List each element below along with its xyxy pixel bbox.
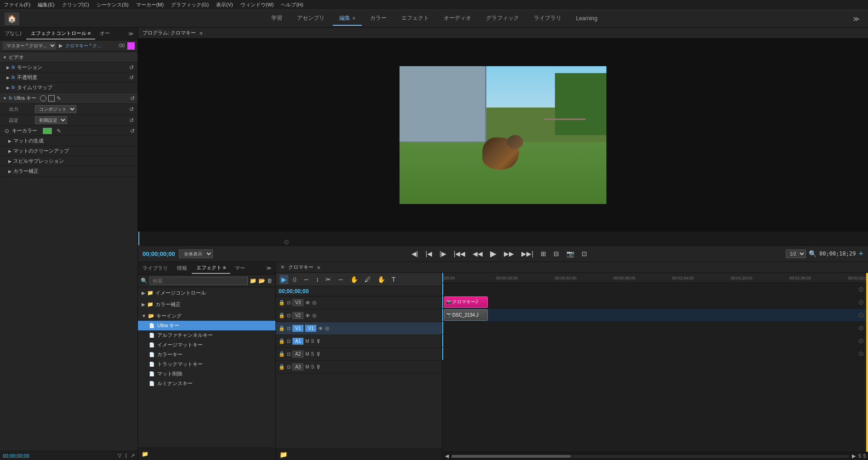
ec-ultrakey-header[interactable]: ▼ fx Ultra キー ✎ ↺ (0, 93, 137, 104)
ec-ultrakey-reset[interactable]: ↺ (130, 95, 135, 102)
pm-loop-in[interactable]: |◀◀ (452, 249, 468, 258)
effects-group-image-control-header[interactable]: ▶ 📁 イメージコントロール (138, 288, 275, 298)
tab-library[interactable]: ライブラリ (138, 263, 172, 273)
tab-learning[interactable]: 学習 (265, 11, 289, 26)
track-v2-lock[interactable]: 🔒 (279, 312, 285, 318)
tab-effects[interactable]: エフェクト ≡ (192, 262, 230, 274)
effects-item-ultra-key[interactable]: 📄 Ultra キー (138, 321, 275, 330)
track-a1-solo[interactable]: S (311, 339, 314, 344)
tl-select-tool[interactable]: ▶ (280, 275, 288, 284)
tab-audio-clip[interactable]: オー (95, 28, 114, 40)
effects-item-track-matte[interactable]: 📄 トラックマットキー (138, 359, 275, 369)
track-a2-lock[interactable]: 🔒 (279, 351, 285, 357)
track-a2-sync[interactable]: ⊡ (287, 352, 291, 357)
track-v1-btn-alt[interactable]: V1 (305, 325, 316, 332)
effects-group-color-correct-header[interactable]: ▶ 📁 カラー補正 (138, 300, 275, 309)
ec-settings-reset[interactable]: ↺ (129, 117, 134, 124)
track-v3-lock[interactable]: 🔒 (279, 300, 285, 306)
track-a2-btn[interactable]: A2 (292, 351, 303, 358)
track-v1-btn[interactable]: V1 (292, 325, 303, 332)
tl-s-right[interactable]: S (863, 454, 866, 459)
effects-item-image-matte[interactable]: 📄 イメージマットキー (138, 340, 275, 350)
track-v3-eye[interactable]: 👁 (305, 300, 310, 306)
ec-spill-row[interactable]: ▶ スピルサプレッション (0, 156, 137, 166)
tab-info[interactable]: 情報 (172, 263, 192, 273)
tl-hand-tool[interactable]: ✋ (376, 275, 387, 284)
effects-search-input[interactable] (149, 277, 248, 285)
effects-tab-more[interactable]: ≫ (263, 263, 275, 273)
ec-motion-row[interactable]: ▶ fx モーション ↺ (0, 62, 137, 73)
tl-pen-tool[interactable]: 🖊 (363, 275, 373, 284)
ec-square-tool[interactable] (48, 95, 55, 102)
ec-timeremap-row[interactable]: ▶ fx タイムリマップ (0, 83, 137, 93)
menu-graphic[interactable]: グラフィック(G) (171, 1, 209, 8)
tab-edit[interactable]: 編集 ≡ (333, 11, 362, 26)
ec-opacity-row[interactable]: ▶ fx 不透明度 ↺ (0, 73, 137, 83)
tl-add-track-icon[interactable]: 📁 (280, 451, 287, 458)
home-button[interactable]: 🏠 (5, 12, 19, 25)
track-v2-toggle[interactable]: ◎ (312, 312, 317, 318)
track-a2-mic[interactable]: 🎙 (316, 351, 321, 358)
tl-s-left[interactable]: S (858, 454, 862, 459)
tl-clip-chromakey[interactable]: 📷 クロマキーJ (444, 296, 488, 307)
track-v3-sync[interactable]: ⊡ (287, 300, 291, 305)
track-v1-sync[interactable]: ⊡ (287, 326, 291, 331)
ec-output-reset[interactable]: ↺ (129, 106, 134, 113)
track-a3-btn[interactable]: A3 (292, 363, 303, 370)
tl-scroll-thumb[interactable] (451, 455, 571, 458)
pm-export-frame[interactable]: ⊡ (580, 249, 589, 258)
tab-clip-none[interactable]: プなし) (0, 28, 26, 40)
track-a1-mute[interactable]: M (305, 339, 309, 344)
tl-ripple-edit-tool[interactable]: ⟨⟩ (291, 276, 298, 284)
tl-scroll-left[interactable]: ◀ (442, 453, 451, 459)
nav-more-button[interactable]: ≫ (849, 13, 863, 24)
tl-close-button[interactable]: ✕ (280, 264, 285, 270)
pm-to-out[interactable]: |▶ (438, 249, 448, 258)
pm-loop-out[interactable]: ▶▶| (520, 249, 535, 258)
tl-rate-stretch-tool[interactable]: ↕ (314, 275, 321, 284)
track-a1-sync[interactable]: ⊡ (287, 339, 291, 344)
pm-step-back[interactable]: |◀ (423, 249, 434, 258)
tl-scroll-right[interactable]: ▶ (849, 453, 858, 459)
ec-eyedropper[interactable]: ✎ (57, 128, 61, 134)
pm-fit-dropdown[interactable]: 全体表示 (179, 250, 213, 258)
tl-rolling-edit-tool[interactable]: ↔ (301, 275, 311, 284)
ec-circle-tool[interactable] (40, 95, 46, 102)
effects-item-luminance[interactable]: 📄 ルミナンスキー (138, 379, 275, 388)
menu-marker[interactable]: マーカー(M) (136, 1, 164, 8)
menu-edit[interactable]: 編集(E) (38, 1, 55, 8)
pm-to-in[interactable]: ◀| (410, 249, 420, 258)
tab-assembly[interactable]: アセンブリ (291, 11, 331, 26)
tl-menu-icon[interactable]: ≡ (317, 265, 320, 270)
effects-new-bin[interactable]: 📁 (250, 278, 257, 284)
tab-effects[interactable]: エフェクト (395, 11, 435, 26)
track-v2-sync[interactable]: ⊡ (287, 313, 291, 318)
pm-zoom-icon[interactable]: 🔍 (809, 250, 817, 257)
menu-window[interactable]: ウィンドウ(W) (240, 1, 274, 8)
track-a3-mute[interactable]: M (305, 364, 309, 369)
ec-opacity-reset[interactable]: ↺ (129, 74, 134, 81)
track-a2-solo[interactable]: S (311, 352, 314, 357)
effects-item-alpha-channel[interactable]: 📄 アルファチャンネルキー (138, 330, 275, 340)
pm-step-forward[interactable]: ▶▶ (502, 249, 516, 258)
track-a3-solo[interactable]: S (311, 364, 314, 369)
ec-settings-dropdown[interactable]: 初期設定 (35, 116, 67, 124)
ec-master-dropdown[interactable]: マスター * クロマ... (3, 42, 56, 50)
track-v2-btn[interactable]: V2 (292, 312, 303, 319)
tab-learning2[interactable]: Learning (570, 12, 604, 25)
ec-video-section[interactable]: ▼ ビデオ (0, 52, 137, 62)
ec-color-correct-row[interactable]: ▶ カラー補正 (0, 166, 137, 176)
effects-item-remove-matte[interactable]: 📄 マット削除 (138, 369, 275, 379)
track-v1-lock[interactable]: 🔒 (279, 325, 285, 331)
menu-sequence[interactable]: シーケンス(S) (97, 1, 129, 8)
ec-footer-prev[interactable]: ⟨ (125, 453, 127, 459)
track-a2-mute[interactable]: M (305, 352, 309, 357)
tab-color[interactable]: カラー (364, 11, 393, 26)
track-v3-btn[interactable]: V3 (292, 299, 303, 306)
tab-library[interactable]: ライブラリ (527, 11, 568, 26)
track-a3-lock[interactable]: 🔒 (279, 364, 285, 370)
tl-clip-dsc[interactable]: 📷 DSC_2134.J (444, 309, 488, 320)
tab-marker[interactable]: マー (230, 263, 250, 273)
pm-rewind[interactable]: ◀◀ (471, 249, 485, 258)
menu-clip[interactable]: クリップ(C) (62, 1, 89, 8)
